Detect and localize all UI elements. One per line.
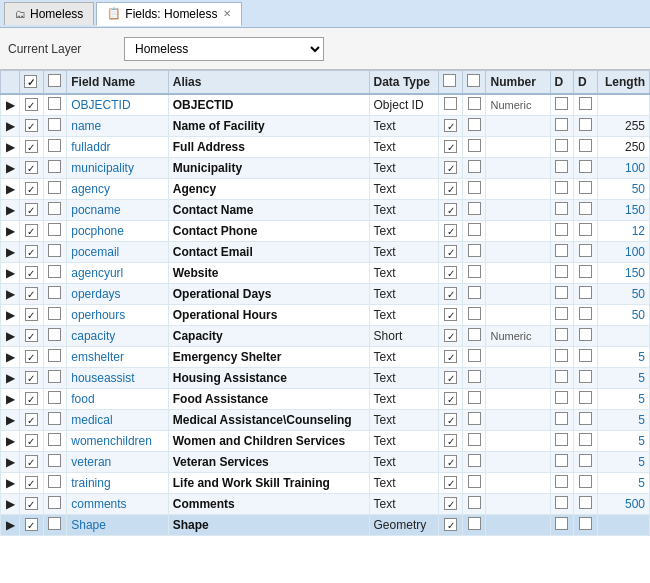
- row-re-checkbox[interactable]: [43, 368, 67, 389]
- c2-checkbox-unchecked[interactable]: [468, 349, 481, 362]
- re-checkbox-unchecked[interactable]: [48, 202, 61, 215]
- row-c1-checkbox[interactable]: ✓: [439, 242, 463, 263]
- c1-checkbox-checked[interactable]: ✓: [444, 497, 457, 510]
- vis-checkbox-checked[interactable]: ✓: [25, 455, 38, 468]
- row-c2-checkbox[interactable]: [462, 200, 486, 221]
- row-d2-checkbox[interactable]: [574, 347, 598, 368]
- row-d1-checkbox[interactable]: [550, 410, 574, 431]
- row-re-checkbox[interactable]: [43, 389, 67, 410]
- row-c1-checkbox[interactable]: ✓: [439, 452, 463, 473]
- row-vis-checkbox[interactable]: ✓: [20, 494, 44, 515]
- row-vis-checkbox[interactable]: ✓: [20, 452, 44, 473]
- vis-checkbox-checked[interactable]: ✓: [25, 161, 38, 174]
- row-vis-checkbox[interactable]: ✓: [20, 200, 44, 221]
- d2-checkbox[interactable]: [579, 160, 592, 173]
- row-vis-checkbox[interactable]: ✓: [20, 137, 44, 158]
- c1-checkbox-checked[interactable]: ✓: [444, 434, 457, 447]
- c2-checkbox-unchecked[interactable]: [468, 118, 481, 131]
- c1-checkbox-checked[interactable]: ✓: [444, 140, 457, 153]
- c2-checkbox-unchecked[interactable]: [468, 475, 481, 488]
- re-checkbox-unchecked[interactable]: [48, 286, 61, 299]
- d1-checkbox[interactable]: [555, 223, 568, 236]
- row-c2-checkbox[interactable]: [462, 221, 486, 242]
- d1-checkbox[interactable]: [555, 454, 568, 467]
- row-d1-checkbox[interactable]: [550, 158, 574, 179]
- row-c2-checkbox[interactable]: [462, 284, 486, 305]
- d1-checkbox[interactable]: [555, 286, 568, 299]
- d1-checkbox[interactable]: [555, 370, 568, 383]
- col-header-length[interactable]: Length: [597, 71, 649, 95]
- row-vis-checkbox[interactable]: ✓: [20, 263, 44, 284]
- tab-layer[interactable]: 🗂 Homeless: [4, 2, 94, 25]
- row-d1-checkbox[interactable]: [550, 452, 574, 473]
- d1-checkbox[interactable]: [555, 391, 568, 404]
- d2-checkbox[interactable]: [579, 97, 592, 110]
- c1-checkbox-checked[interactable]: ✓: [444, 266, 457, 279]
- row-d2-checkbox[interactable]: [574, 179, 598, 200]
- re-checkbox-unchecked[interactable]: [48, 181, 61, 194]
- row-c2-checkbox[interactable]: [462, 158, 486, 179]
- vis-checkbox-checked[interactable]: ✓: [25, 413, 38, 426]
- row-d2-checkbox[interactable]: [574, 200, 598, 221]
- c1-checkbox-checked[interactable]: ✓: [444, 455, 457, 468]
- d1-checkbox[interactable]: [555, 160, 568, 173]
- tab-close-button[interactable]: ✕: [223, 8, 231, 19]
- d2-checkbox[interactable]: [579, 496, 592, 509]
- row-d1-checkbox[interactable]: [550, 347, 574, 368]
- c1-checkbox-checked[interactable]: ✓: [444, 308, 457, 321]
- d2-checkbox[interactable]: [579, 391, 592, 404]
- c1-checkbox-checked[interactable]: ✓: [444, 413, 457, 426]
- row-vis-checkbox[interactable]: ✓: [20, 242, 44, 263]
- row-c1-checkbox[interactable]: [439, 94, 463, 116]
- col-header-d2[interactable]: D: [574, 71, 598, 95]
- d2-checkbox[interactable]: [579, 307, 592, 320]
- row-c1-checkbox[interactable]: ✓: [439, 410, 463, 431]
- row-d1-checkbox[interactable]: [550, 494, 574, 515]
- row-re-checkbox[interactable]: [43, 137, 67, 158]
- row-d1-checkbox[interactable]: [550, 326, 574, 347]
- row-d2-checkbox[interactable]: [574, 494, 598, 515]
- re-checkbox-unchecked[interactable]: [48, 97, 61, 110]
- d2-checkbox[interactable]: [579, 202, 592, 215]
- d1-checkbox[interactable]: [555, 265, 568, 278]
- d2-checkbox[interactable]: [579, 286, 592, 299]
- row-d1-checkbox[interactable]: [550, 263, 574, 284]
- vis-checkbox-checked[interactable]: ✓: [25, 182, 38, 195]
- c2-checkbox-unchecked[interactable]: [468, 433, 481, 446]
- row-vis-checkbox[interactable]: ✓: [20, 326, 44, 347]
- row-re-checkbox[interactable]: [43, 410, 67, 431]
- c1-checkbox-checked[interactable]: ✓: [444, 119, 457, 132]
- row-re-checkbox[interactable]: [43, 200, 67, 221]
- row-d2-checkbox[interactable]: [574, 263, 598, 284]
- col-header-d1[interactable]: D: [550, 71, 574, 95]
- row-d2-checkbox[interactable]: [574, 116, 598, 137]
- row-re-checkbox[interactable]: [43, 263, 67, 284]
- d1-checkbox[interactable]: [555, 307, 568, 320]
- c2-checkbox-unchecked[interactable]: [468, 244, 481, 257]
- vis-checkbox-checked[interactable]: ✓: [25, 308, 38, 321]
- c1-checkbox-checked[interactable]: ✓: [444, 203, 457, 216]
- row-re-checkbox[interactable]: [43, 221, 67, 242]
- row-c1-checkbox[interactable]: ✓: [439, 137, 463, 158]
- row-vis-checkbox[interactable]: ✓: [20, 473, 44, 494]
- re-checkbox-unchecked[interactable]: [48, 328, 61, 341]
- vis-checkbox-checked[interactable]: ✓: [25, 371, 38, 384]
- c1-checkbox-checked[interactable]: ✓: [444, 350, 457, 363]
- row-re-checkbox[interactable]: [43, 116, 67, 137]
- row-vis-checkbox[interactable]: ✓: [20, 179, 44, 200]
- d1-checkbox[interactable]: [555, 349, 568, 362]
- row-re-checkbox[interactable]: [43, 494, 67, 515]
- d2-checkbox[interactable]: [579, 433, 592, 446]
- c1-checkbox-checked[interactable]: ✓: [444, 287, 457, 300]
- row-re-checkbox[interactable]: [43, 473, 67, 494]
- vis-checkbox-checked[interactable]: ✓: [25, 350, 38, 363]
- row-vis-checkbox[interactable]: ✓: [20, 410, 44, 431]
- c1-checkbox-unchecked[interactable]: [444, 97, 457, 110]
- row-d1-checkbox[interactable]: [550, 305, 574, 326]
- d1-checkbox[interactable]: [555, 496, 568, 509]
- row-c1-checkbox[interactable]: ✓: [439, 494, 463, 515]
- c1-checkbox-checked[interactable]: ✓: [444, 329, 457, 342]
- row-vis-checkbox[interactable]: ✓: [20, 116, 44, 137]
- row-c1-checkbox[interactable]: ✓: [439, 347, 463, 368]
- re-checkbox-unchecked[interactable]: [48, 349, 61, 362]
